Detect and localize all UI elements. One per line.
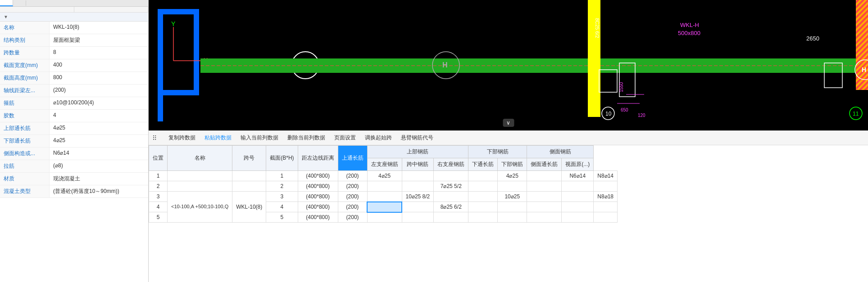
cad-canvas: Y X H W: [149, 0, 868, 130]
attr-row: 侧面构造或... N6⌀14: [0, 148, 148, 160]
attr-name-cell: 截面宽度(mm): [0, 59, 50, 72]
table-row: 3<10-100,A +500;10-100,QWKL-10(8)3(400*8…: [149, 192, 618, 202]
attr-name-cell: 拉筋: [0, 160, 50, 172]
cell-row-no: 4: [149, 202, 168, 212]
cell-left-support: [402, 202, 434, 212]
attr-value-header: [74, 7, 149, 12]
tab-attribute-list[interactable]: [0, 0, 13, 6]
right-area: Y X H W: [149, 0, 868, 282]
cad-h-text-right: H: [862, 66, 866, 73]
table-body: 11(400*800)(200)4⌀254⌀25N6⌀14N8⌀1422(400…: [149, 171, 618, 223]
cell-left-support: [402, 212, 434, 223]
cad-sc25-label: 8C25 6/2: [595, 18, 600, 38]
cell-row-no: 1: [149, 171, 168, 181]
th-mid-span: 跨中钢筋: [402, 158, 434, 171]
cell-side-orig: N8⌀18: [594, 192, 618, 202]
cell-top-through: 4⌀25: [367, 171, 402, 181]
cell-section: (400*800): [298, 202, 338, 212]
attr-name-cell: 结构类别: [0, 34, 50, 46]
attr-value-cell: (200): [50, 85, 148, 97]
cad-h-text-center: H: [442, 61, 448, 69]
attr-value-cell: WKL-10(8): [50, 22, 148, 34]
toolbar-btn-0[interactable]: 复制跨数据: [164, 133, 200, 143]
cell-bottom-through: [498, 202, 527, 212]
cell-top-through[interactable]: [367, 202, 402, 212]
cell-dist-left: (200): [338, 192, 367, 202]
cell-right-support: [468, 212, 498, 223]
cell-section: (400*800): [298, 171, 338, 181]
cell-bottom-rebar: [527, 202, 562, 212]
toolbar-btn-1[interactable]: 粘贴跨数据: [200, 133, 236, 143]
attr-row: 拉筋 (⌀8): [0, 160, 148, 173]
cell-top-through: [367, 192, 402, 202]
attr-value-cell: 4: [50, 110, 148, 122]
attr-row: 截面高度(mm) 800: [0, 72, 148, 85]
cad-wkl-size: 500x800: [678, 30, 700, 36]
cell-side-long: [562, 192, 594, 202]
cell-name: [232, 181, 266, 192]
panel-close-icon[interactable]: [141, 1, 148, 5]
cell-top-through: [367, 212, 402, 223]
cad-y-label: Y: [171, 20, 176, 27]
attr-row: 上部通长筋 4⌀25: [0, 122, 148, 135]
rebar-table: 位置 名称 跨号 截面(B*H) 距左边线距离 上通长筋 上部钢筋 下部钢筋 侧…: [149, 145, 618, 223]
cad-blue-left-bar: [158, 9, 163, 121]
th-bottom-rebar: 下部钢筋: [498, 158, 527, 171]
attr-name-cell: 材质: [0, 173, 50, 185]
th-dist-left: 距左边线距离: [298, 146, 338, 171]
cell-section: (400*800): [298, 192, 338, 202]
attr-row: 材质 现浇混凝土: [0, 173, 148, 185]
cad-blue-top-bar: [158, 9, 198, 14]
cell-row-no: 3: [149, 192, 168, 202]
cad-view[interactable]: Y X H W: [149, 0, 868, 130]
attr-value-cell: 4⌀25: [50, 122, 148, 134]
cell-side-orig: N8⌀14: [594, 171, 618, 181]
toolbar-btn-6[interactable]: 悬臂钢筋代号: [396, 133, 438, 143]
toolbar-btn-3[interactable]: 删除当前列数据: [283, 133, 330, 143]
cell-mid-span: [434, 171, 468, 181]
attr-row: 下部通长筋 4⌀25: [0, 135, 148, 148]
cell-left-support: [402, 181, 434, 192]
attr-row: 箍筋 ⌀10@100/200(4): [0, 97, 148, 110]
cell-span-no: 4: [266, 202, 298, 212]
cad-scroll-indicator[interactable]: ∨: [503, 119, 514, 127]
attr-name-header: [0, 7, 74, 12]
attr-row: 混凝土类型 (普通砼(坍落度10～90mm)): [0, 185, 148, 198]
cell-bottom-rebar: [527, 171, 562, 181]
th-left-support: 左支座钢筋: [367, 158, 402, 171]
cell-bottom-through: 10⌀25: [498, 192, 527, 202]
cell-side-long: [562, 181, 594, 192]
cell-span-no: 1: [266, 171, 298, 181]
cell-position: [168, 171, 232, 181]
attr-name-cell: 混凝土类型: [0, 185, 50, 197]
attr-name-cell: 胶数: [0, 110, 50, 122]
cell-right-support: [468, 202, 498, 212]
cad-650-label: 650: [621, 107, 628, 112]
cell-side-long: [562, 202, 594, 212]
th-upper-rebar-group: 上部钢筋: [367, 146, 468, 158]
cell-dist-left: (200): [338, 171, 367, 181]
table-row: 22(400*800)(200)7⌀25 5/2: [149, 181, 618, 192]
th-right-support: 右支座钢筋: [434, 158, 468, 171]
cell-bottom-through: [498, 212, 527, 223]
cell-mid-span: [434, 212, 468, 223]
cell-side-orig: [594, 202, 618, 212]
th-side-rebar-group: 侧面钢筋: [527, 146, 594, 158]
cell-section: (400*800): [298, 181, 338, 192]
cell-bottom-through: 4⌀25: [498, 171, 527, 181]
attr-name-cell: 截面高度(mm): [0, 72, 50, 84]
cell-left-support: 10⌀25 8/2: [402, 192, 434, 202]
toolbar-btn-2[interactable]: 输入当前列数据: [236, 133, 283, 143]
toolbar-btn-5[interactable]: 调换起始跨: [360, 133, 396, 143]
attr-rows: 名称 WKL-10(8) 结构类别 屋面框架梁 跨数量 8 截面宽度(mm) 4…: [0, 22, 148, 198]
tab-layer-management[interactable]: [13, 0, 26, 6]
th-name: 名称: [168, 146, 232, 171]
attr-name-cell: 侧面构造或...: [0, 148, 50, 160]
section-chevron-icon: ▼: [4, 14, 8, 19]
toolbar-btn-4[interactable]: 页面设置: [330, 133, 360, 143]
cell-position: [168, 181, 232, 192]
attr-value-cell: (⌀8): [50, 160, 148, 172]
cell-left-support: [402, 171, 434, 181]
table-wrapper[interactable]: 位置 名称 跨号 截面(B*H) 距左边线距离 上通长筋 上部钢筋 下部钢筋 侧…: [149, 145, 868, 282]
attr-name-cell: 名称: [0, 22, 50, 34]
